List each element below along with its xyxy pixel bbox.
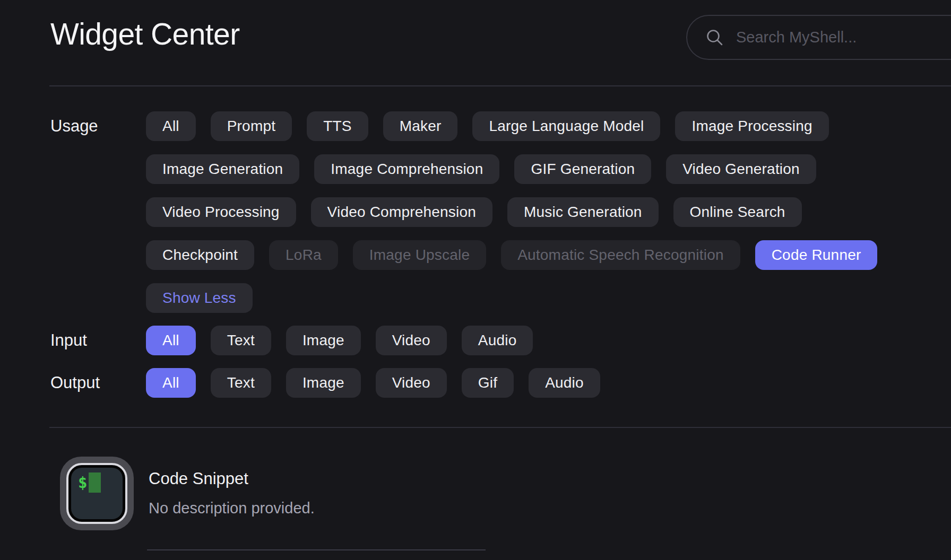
filter-chip-audio[interactable]: Audio [529,368,600,398]
filter-chip-image[interactable]: Image [286,326,361,355]
page-title: Widget Center [50,16,240,51]
filter-chip-tts[interactable]: TTS [307,111,368,141]
output-filter-label: Output [50,368,146,398]
filter-chip-online-search[interactable]: Online Search [673,197,802,227]
input-filter-section: Input AllTextImageVideoAudio [50,326,877,355]
input-chip-rows: AllTextImageVideoAudio [146,326,533,355]
filter-chip-prompt[interactable]: Prompt [211,111,292,141]
filter-chip-code-runner[interactable]: Code Runner [755,240,878,270]
widget-name: Code Snippet [149,469,315,488]
filter-chip-checkpoint[interactable]: Checkpoint [146,240,254,270]
filter-chip-video-processing[interactable]: Video Processing [146,197,296,227]
chip-row: AllPromptTTSMakerLarge Language ModelIma… [146,111,877,141]
filter-chip-all[interactable]: All [146,111,196,141]
filter-chip-video[interactable]: Video [376,326,447,355]
filter-chip-image-generation[interactable]: Image Generation [146,154,299,184]
filter-chip-image[interactable]: Image [286,368,361,398]
widget-list-item[interactable]: $ Code Snippet No description provided. [60,457,315,530]
output-filter-section: Output AllTextImageVideoGifAudio [50,368,877,398]
search-input[interactable] [735,28,937,47]
filter-chip-lora[interactable]: LoRa [269,240,338,270]
chip-row: CheckpointLoRaImage UpscaleAutomatic Spe… [146,240,877,270]
chip-row: Video ProcessingVideo ComprehensionMusic… [146,197,877,227]
widget-text: Code Snippet No description provided. [149,457,315,530]
chip-row: Image GenerationImage ComprehensionGIF G… [146,154,877,184]
terminal-prompt-glyph: $ [78,474,87,492]
filter-chip-gif[interactable]: Gif [462,368,514,398]
filter-chip-image-processing[interactable]: Image Processing [675,111,828,141]
filter-chip-show-less[interactable]: Show Less [146,283,253,313]
filter-chip-gif-generation[interactable]: GIF Generation [514,154,651,184]
filter-chip-large-language-model[interactable]: Large Language Model [472,111,660,141]
filter-chip-all[interactable]: All [146,326,196,355]
filter-chip-maker[interactable]: Maker [383,111,458,141]
chip-row: AllTextImageVideoGifAudio [146,368,600,398]
filter-chip-video-comprehension[interactable]: Video Comprehension [311,197,492,227]
filter-chip-all[interactable]: All [146,368,196,398]
terminal-icon-screen: $ [71,468,123,519]
terminal-cursor-block [89,472,101,493]
list-divider [49,427,951,428]
chip-row: Show Less [146,283,877,313]
filter-chip-image-upscale[interactable]: Image Upscale [353,240,486,270]
filter-chip-automatic-speech-recognition[interactable]: Automatic Speech Recognition [501,240,740,270]
search-box[interactable] [686,15,951,60]
output-chip-rows: AllTextImageVideoGifAudio [146,368,600,398]
filter-chip-image-comprehension[interactable]: Image Comprehension [314,154,499,184]
filter-chip-music-generation[interactable]: Music Generation [507,197,659,227]
input-filter-label: Input [50,326,146,355]
filters-panel: Usage AllPromptTTSMakerLarge Language Mo… [50,111,877,398]
usage-filter-label: Usage [50,111,146,313]
filter-chip-video[interactable]: Video [376,368,447,398]
widget-description: No description provided. [149,500,315,517]
filter-chip-text[interactable]: Text [211,368,271,398]
usage-chip-rows: AllPromptTTSMakerLarge Language ModelIma… [146,111,877,313]
filter-chip-video-generation[interactable]: Video Generation [666,154,816,184]
filter-chip-text[interactable]: Text [211,326,271,355]
item-divider [147,549,486,550]
search-icon [705,28,724,47]
filter-chip-audio[interactable]: Audio [462,326,533,355]
chip-row: AllTextImageVideoAudio [146,326,533,355]
terminal-icon: $ [60,457,134,530]
usage-filter-section: Usage AllPromptTTSMakerLarge Language Mo… [50,111,877,313]
header-divider [49,85,951,86]
